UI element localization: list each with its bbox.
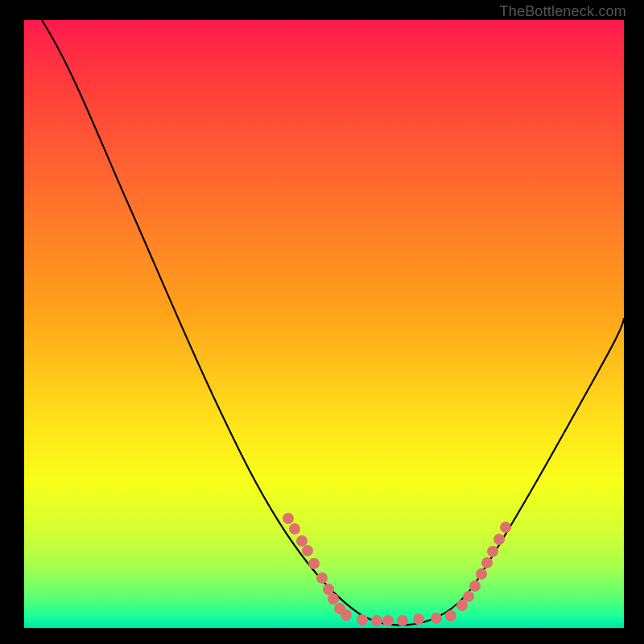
highlight-dot <box>493 534 505 545</box>
highlight-dot <box>382 615 394 626</box>
curve-highlight-dots <box>283 513 511 626</box>
highlight-dot <box>289 523 300 535</box>
highlight-dot <box>445 610 456 621</box>
highlight-dot <box>487 546 498 557</box>
highlight-dot <box>283 513 294 524</box>
highlight-dot <box>431 613 442 624</box>
highlight-dot <box>302 545 313 556</box>
highlight-dot <box>469 580 481 592</box>
highlight-dot <box>357 614 368 625</box>
highlight-dot <box>308 558 320 569</box>
highlight-dot <box>328 593 339 605</box>
highlight-dot <box>413 613 424 625</box>
chart-svg <box>24 20 624 628</box>
bottleneck-curve-path <box>42 20 624 625</box>
highlight-dot <box>341 609 352 621</box>
attribution-label: TheBottleneck.com <box>500 3 626 20</box>
highlight-dot <box>371 615 382 626</box>
chart-frame: TheBottleneck.com <box>0 0 644 644</box>
highlight-dot <box>323 584 334 595</box>
highlight-dot <box>397 615 408 626</box>
highlight-dot <box>500 522 511 533</box>
chart-plot-area <box>24 20 624 628</box>
highlight-dot <box>481 557 493 568</box>
highlight-dot <box>463 591 474 602</box>
highlight-dot <box>316 572 328 584</box>
highlight-dot <box>296 535 308 547</box>
highlight-dot <box>476 568 487 580</box>
